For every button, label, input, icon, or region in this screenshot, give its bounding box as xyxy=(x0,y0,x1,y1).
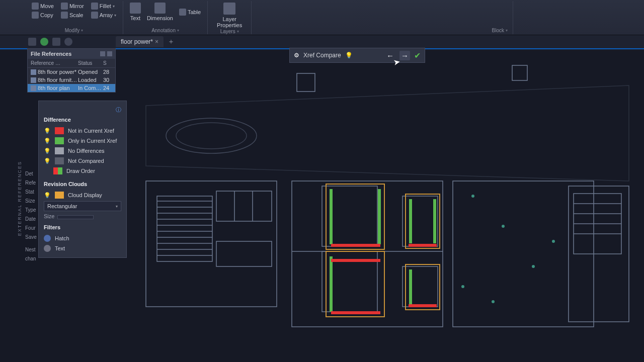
quick-access-toolbar xyxy=(28,36,72,47)
color-swatch xyxy=(55,192,64,199)
svg-point-52 xyxy=(552,240,555,243)
scale-button[interactable]: Scale xyxy=(59,11,86,19)
list-view-icon[interactable] xyxy=(100,51,105,56)
text-button[interactable]: Text xyxy=(128,2,142,22)
reference-row[interactable]: 8th floor furnit… Loaded 30 xyxy=(28,76,115,84)
dwg-icon xyxy=(31,77,36,83)
add-tab-button[interactable]: ＋ xyxy=(168,37,175,46)
svg-point-49 xyxy=(502,225,505,228)
palette-vertical-title: EXTERNAL REFERENCES xyxy=(17,161,22,236)
xref-compare-panel: ⓘ Difference 💡 Not in Current Xref 💡 Onl… xyxy=(38,101,127,258)
bulb-icon[interactable]: 💡 xyxy=(345,52,353,59)
cloud-size-input[interactable] xyxy=(57,215,94,219)
svg-rect-4 xyxy=(297,73,315,92)
color-swatch xyxy=(55,127,64,134)
color-swatch xyxy=(53,167,62,174)
accept-button[interactable]: ✔ xyxy=(414,51,421,60)
ribbon: Move Mirror Fillet▾ Copy Scale Array▾ Mo… xyxy=(0,0,644,35)
qat-icon[interactable] xyxy=(52,38,60,46)
svg-rect-19 xyxy=(216,191,272,221)
legend-draw-order[interactable]: Draw Order xyxy=(44,166,121,176)
color-swatch xyxy=(55,147,64,154)
table-button[interactable]: Table xyxy=(178,2,202,22)
svg-rect-26 xyxy=(403,266,438,307)
text-icon xyxy=(44,245,51,252)
filter-text[interactable]: Text xyxy=(44,243,121,253)
ribbon-group-block: Block▾ xyxy=(487,1,513,34)
array-button[interactable]: Array▾ xyxy=(90,11,118,19)
section-title-revision: Revision Clouds xyxy=(44,181,121,187)
move-button[interactable]: Move xyxy=(30,2,55,10)
dwg-icon xyxy=(31,69,36,75)
reference-table-header: Reference … Status S xyxy=(28,59,115,68)
section-title-filters: Filters xyxy=(44,224,121,230)
hatch-icon xyxy=(44,235,51,242)
svg-rect-2 xyxy=(453,181,594,327)
bulb-icon[interactable]: 💡 xyxy=(44,128,51,134)
ribbon-label-block: Block▾ xyxy=(492,28,508,33)
reference-row-selected[interactable]: 8th floor plan In Com… 24 xyxy=(28,84,115,92)
size-label: Size xyxy=(44,213,54,219)
xref-compare-toolbar: ⚙ Xref Compare 💡 ← → ✔ xyxy=(289,48,425,63)
document-tab-label: floor power* xyxy=(121,38,153,45)
svg-point-53 xyxy=(461,285,464,288)
ribbon-label-modify: Modify▾ xyxy=(65,28,83,33)
svg-rect-0 xyxy=(146,181,277,307)
document-tab-bar: floor power* × ＋ xyxy=(0,35,644,49)
filter-hatch[interactable]: Hatch xyxy=(44,233,121,243)
gear-icon[interactable]: ⚙ xyxy=(294,52,299,59)
svg-rect-25 xyxy=(403,196,438,246)
ribbon-label-annotation: Annotation▾ xyxy=(151,28,179,33)
dimension-button[interactable]: Dimension xyxy=(145,2,175,22)
section-title-difference: Difference xyxy=(44,117,121,123)
file-references-palette: File References Reference … Status S 8th… xyxy=(27,48,116,93)
svg-point-50 xyxy=(532,265,535,268)
layer-properties-button[interactable]: Layer Properties xyxy=(213,2,246,29)
bulb-icon[interactable]: 💡 xyxy=(44,192,51,199)
bulb-icon[interactable]: 💡 xyxy=(44,148,51,154)
color-swatch xyxy=(55,137,64,144)
next-diff-button[interactable]: → xyxy=(399,51,410,60)
close-icon[interactable]: × xyxy=(155,38,158,45)
qat-icon[interactable] xyxy=(28,38,36,46)
ribbon-group-annotation: Text Dimension Table Annotation▾ xyxy=(123,1,208,34)
copy-button[interactable]: Copy xyxy=(30,11,55,19)
svg-rect-22 xyxy=(216,241,272,266)
mirror-button[interactable]: Mirror xyxy=(59,2,86,10)
svg-point-17 xyxy=(166,118,257,153)
legend-no-differences[interactable]: 💡 No Differences xyxy=(44,146,121,156)
legend-not-compared[interactable]: 💡 Not Compared xyxy=(44,156,121,166)
fillet-button[interactable]: Fillet▾ xyxy=(90,2,118,10)
ribbon-group-modify: Move Mirror Fillet▾ Copy Scale Array▾ Mo… xyxy=(25,1,123,34)
legend-only-in-current[interactable]: 💡 Only in Current Xref xyxy=(44,136,121,146)
svg-point-18 xyxy=(176,123,247,149)
dwg-icon xyxy=(31,85,36,91)
bulb-icon[interactable]: 💡 xyxy=(44,158,51,164)
qat-refresh-icon[interactable] xyxy=(40,38,48,46)
color-swatch xyxy=(55,157,64,164)
palette-title: File References xyxy=(31,51,71,57)
cloud-display-toggle[interactable]: 💡 Cloud Display xyxy=(44,190,121,200)
info-icon[interactable]: ⓘ xyxy=(116,107,121,113)
svg-point-51 xyxy=(492,300,495,303)
compare-label: Xref Compare xyxy=(303,52,341,59)
detail-view-icon[interactable] xyxy=(107,51,112,56)
ribbon-group-layers: Layer Properties Layers▾ xyxy=(208,1,252,34)
svg-rect-5 xyxy=(512,65,527,80)
qat-help-icon[interactable] xyxy=(64,38,72,46)
svg-rect-6 xyxy=(157,196,212,261)
legend-not-in-current[interactable]: 💡 Not in Current Xref xyxy=(44,126,121,136)
ribbon-label-layers: Layers▾ xyxy=(220,29,239,34)
palette-header: File References xyxy=(28,49,115,59)
document-tab[interactable]: floor power* × xyxy=(116,36,164,47)
cloud-shape-select[interactable]: Rectangular▾ xyxy=(44,201,121,211)
reference-row[interactable]: 8th floor power* Opened 28 xyxy=(28,68,115,76)
svg-point-48 xyxy=(471,195,474,198)
bulb-icon[interactable]: 💡 xyxy=(44,138,51,144)
svg-rect-33 xyxy=(326,184,384,249)
